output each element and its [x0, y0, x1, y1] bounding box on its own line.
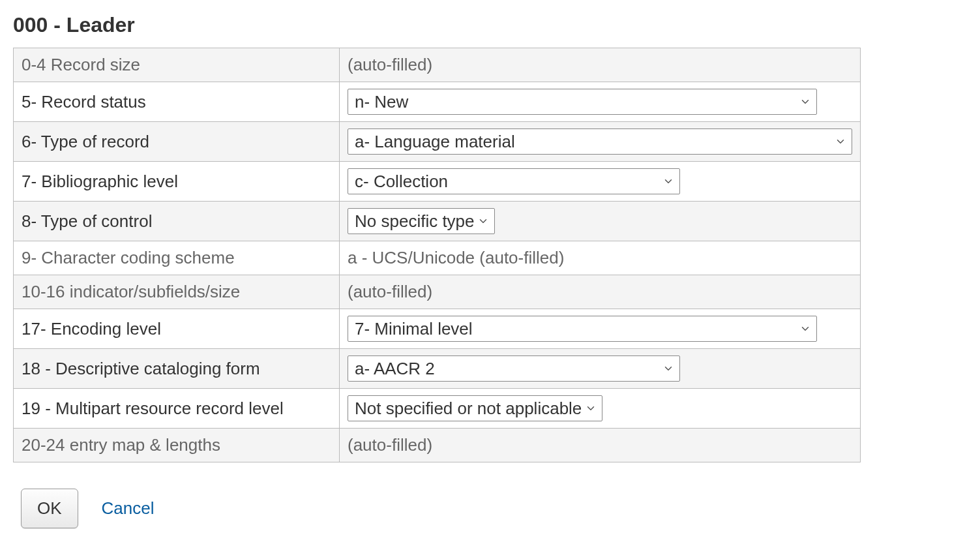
- row-type-of-record: 6- Type of record a- Language material: [14, 122, 861, 162]
- select-type-of-record[interactable]: a- Language material: [348, 128, 852, 155]
- label-type-of-control: 8- Type of control: [14, 202, 340, 241]
- row-entry-map-lengths: 20-24 entry map & lengths (auto-filled): [14, 429, 861, 462]
- row-record-size: 0-4 Record size (auto-filled): [14, 48, 861, 82]
- select-bibliographic-level[interactable]: c- Collection: [348, 168, 680, 194]
- row-type-of-control: 8- Type of control No specific type: [14, 202, 861, 241]
- label-encoding-level: 17- Encoding level: [14, 309, 340, 349]
- value-record-size: (auto-filled): [340, 48, 861, 82]
- row-encoding-level: 17- Encoding level 7- Minimal level: [14, 309, 861, 349]
- row-bibliographic-level: 7- Bibliographic level c- Collection: [14, 162, 861, 202]
- value-entry-map-lengths: (auto-filled): [340, 429, 861, 462]
- value-character-coding-scheme: a - UCS/Unicode (auto-filled): [340, 241, 861, 275]
- select-descriptive-cataloging-form[interactable]: a- AACR 2: [348, 355, 680, 382]
- row-multipart-resource-record-level: 19 - Multipart resource record level Not…: [14, 389, 861, 429]
- label-multipart-resource-record-level: 19 - Multipart resource record level: [14, 389, 340, 429]
- label-record-size: 0-4 Record size: [14, 48, 340, 82]
- button-row: OK Cancel: [13, 489, 861, 528]
- label-bibliographic-level: 7- Bibliographic level: [14, 162, 340, 202]
- page-title: 000 - Leader: [13, 13, 861, 37]
- row-indicator-subfields-size: 10-16 indicator/subfields/size (auto-fil…: [14, 275, 861, 309]
- row-descriptive-cataloging-form: 18 - Descriptive cataloging form a- AACR…: [14, 349, 861, 389]
- label-record-status: 5- Record status: [14, 82, 340, 122]
- label-type-of-record: 6- Type of record: [14, 122, 340, 162]
- label-indicator-subfields-size: 10-16 indicator/subfields/size: [14, 275, 340, 309]
- select-type-of-control[interactable]: No specific type: [348, 208, 495, 234]
- select-encoding-level[interactable]: 7- Minimal level: [348, 316, 817, 342]
- value-indicator-subfields-size: (auto-filled): [340, 275, 861, 309]
- leader-form: 000 - Leader 0-4 Record size (auto-fille…: [13, 13, 861, 528]
- label-character-coding-scheme: 9- Character coding scheme: [14, 241, 340, 275]
- ok-button[interactable]: OK: [21, 489, 78, 528]
- label-descriptive-cataloging-form: 18 - Descriptive cataloging form: [14, 349, 340, 389]
- select-record-status[interactable]: n- New: [348, 89, 817, 115]
- leader-table: 0-4 Record size (auto-filled) 5- Record …: [13, 48, 861, 462]
- cancel-link[interactable]: Cancel: [102, 498, 155, 519]
- row-record-status: 5- Record status n- New: [14, 82, 861, 122]
- select-multipart-resource-record-level[interactable]: Not specified or not applicable: [348, 395, 602, 421]
- row-character-coding-scheme: 9- Character coding scheme a - UCS/Unico…: [14, 241, 861, 275]
- label-entry-map-lengths: 20-24 entry map & lengths: [14, 429, 340, 462]
